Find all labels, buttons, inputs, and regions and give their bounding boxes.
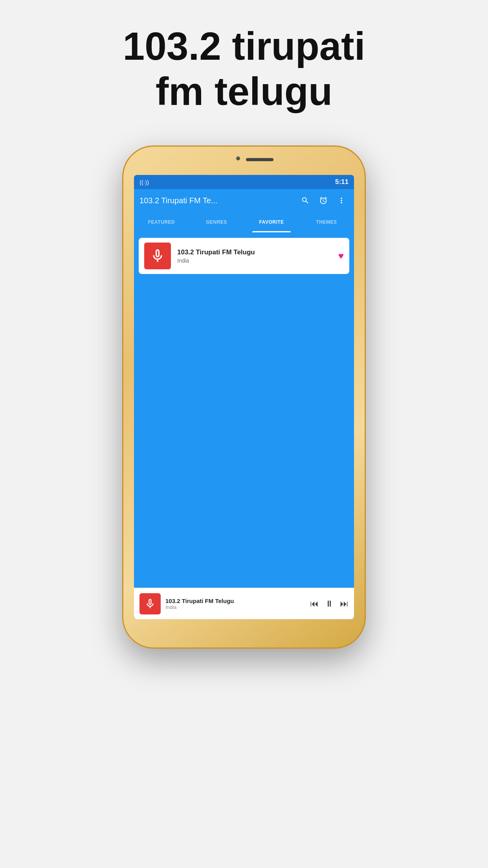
player-info: 103.2 Tirupati FM Telugu India xyxy=(165,598,305,610)
station-name: 103.2 Tirupati FM Telugu xyxy=(177,248,332,257)
player-controls: ⏮ ⏸ ⏭ xyxy=(310,599,349,609)
phone-shell: ((·)) 5:11 103.2 Tirupati FM Te... xyxy=(122,145,366,649)
player-station-name: 103.2 Tirupati FM Telugu xyxy=(165,598,305,604)
microphone-icon xyxy=(150,248,165,264)
tab-featured[interactable]: FEATURED xyxy=(134,212,189,232)
tab-themes[interactable]: THEMES xyxy=(299,212,354,232)
alarm-button[interactable] xyxy=(316,193,330,208)
player-station-country: India xyxy=(165,604,305,610)
favorite-button[interactable]: ♥ xyxy=(338,250,344,261)
signal-icon: ((·)) xyxy=(139,179,149,186)
status-bar: ((·)) 5:11 xyxy=(134,175,354,189)
station-card[interactable]: 103.2 Tirupati FM Telugu India ♥ xyxy=(139,238,349,274)
player-microphone-icon xyxy=(144,598,156,610)
main-content: 103.2 Tirupati FM Telugu India ♥ xyxy=(134,232,354,619)
app-toolbar: 103.2 Tirupati FM Te... xyxy=(134,189,354,212)
search-button[interactable] xyxy=(298,193,312,208)
tab-bar: FEATURED GENRES FAVORITE THEMES xyxy=(134,212,354,232)
player-logo xyxy=(139,593,161,614)
status-time: 5:11 xyxy=(335,178,349,186)
title-line1: 103.2 tirupati xyxy=(123,24,365,68)
content-area: 103.2 Tirupati FM Telugu India ♥ xyxy=(134,232,354,431)
front-camera xyxy=(236,156,240,160)
phone-screen: ((·)) 5:11 103.2 Tirupati FM Te... xyxy=(134,175,354,619)
page-title: 103.2 tirupati fm telugu xyxy=(106,24,382,114)
station-country: India xyxy=(177,257,332,264)
phone-mockup: ((·)) 5:11 103.2 Tirupati FM Te... xyxy=(122,145,366,649)
phone-speaker xyxy=(246,158,273,161)
title-line2: fm telugu xyxy=(156,69,332,113)
toolbar-title: 103.2 Tirupati FM Te... xyxy=(139,196,294,205)
station-logo xyxy=(144,243,171,269)
station-info: 103.2 Tirupati FM Telugu India xyxy=(177,248,332,264)
fast-forward-button[interactable]: ⏭ xyxy=(340,599,349,609)
tab-genres[interactable]: GENRES xyxy=(189,212,244,232)
pause-button[interactable]: ⏸ xyxy=(325,599,334,609)
more-menu-button[interactable] xyxy=(334,193,349,208)
tab-favorite[interactable]: FAVORITE xyxy=(244,212,299,232)
rewind-button[interactable]: ⏮ xyxy=(310,599,319,609)
player-bar: 103.2 Tirupati FM Telugu India ⏮ ⏸ ⏭ xyxy=(134,588,354,619)
